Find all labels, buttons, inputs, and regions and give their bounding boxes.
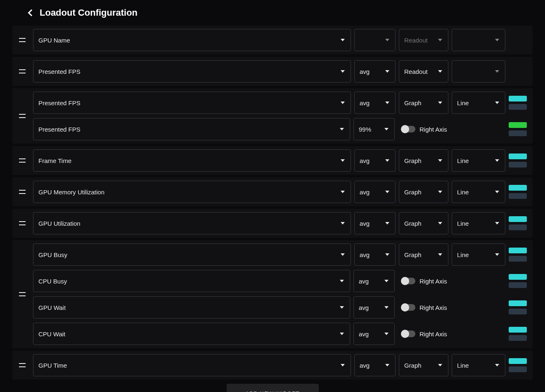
color-swatch[interactable]: [509, 130, 527, 136]
metric-select[interactable]: GPU Wait: [33, 296, 350, 319]
color-swatch[interactable]: [509, 104, 527, 110]
widget-card: GPU BusyavgGraphLineCPU BusyavgRight Axi…: [12, 240, 533, 348]
aggregation-select[interactable]: avg: [354, 354, 396, 376]
plot-style-select[interactable]: [452, 29, 505, 51]
metric-select[interactable]: Presented FPS: [33, 118, 350, 140]
drag-handle-icon[interactable]: [19, 190, 26, 194]
right-axis-toggle: Right Axis: [400, 331, 453, 338]
aggregation-select-value: avg: [360, 220, 370, 227]
toggle-zone: Right Axis: [398, 331, 505, 338]
color-swatch[interactable]: [509, 248, 527, 253]
aggregation-select[interactable]: avg: [354, 212, 396, 234]
chevron-down-icon: [340, 128, 344, 130]
widget-row: GPU WaitavgRight Axis: [33, 296, 529, 319]
page-header: Loadout Configuration: [12, 0, 533, 26]
metric-select[interactable]: GPU Utilization: [33, 212, 351, 234]
color-swatch[interactable]: [509, 153, 527, 159]
metric-select[interactable]: Presented FPS: [33, 92, 351, 114]
aggregation-select-value: avg: [359, 304, 369, 311]
widget-type-select[interactable]: Graph: [399, 354, 448, 376]
drag-handle-icon[interactable]: [19, 38, 26, 42]
aggregation-select[interactable]: avg: [353, 270, 395, 292]
widget-type-select[interactable]: Graph: [399, 243, 448, 266]
aggregation-select[interactable]: 99%: [353, 118, 395, 140]
drag-handle-icon[interactable]: [19, 221, 26, 225]
color-swatch[interactable]: [509, 185, 527, 191]
chevron-down-icon: [438, 364, 442, 366]
plot-style-select[interactable]: [452, 60, 505, 83]
color-swatch[interactable]: [509, 366, 527, 372]
widget-card: GPU UtilizationavgGraphLine: [12, 209, 533, 238]
color-swatch[interactable]: [509, 122, 527, 128]
page-title: Loadout Configuration: [40, 7, 137, 18]
toggle-switch[interactable]: [401, 278, 415, 284]
color-swatch[interactable]: [509, 274, 527, 280]
color-swatch[interactable]: [509, 309, 527, 314]
drag-handle-icon[interactable]: [19, 114, 26, 118]
chevron-down-icon: [385, 159, 389, 162]
drag-column: [16, 29, 29, 51]
drag-handle-icon[interactable]: [19, 69, 26, 73]
widget-type-select[interactable]: Graph: [399, 92, 448, 114]
widget-row: GPU TimeavgGraphLine: [33, 354, 529, 376]
color-swatch[interactable]: [509, 96, 527, 102]
metric-select[interactable]: GPU Time: [33, 354, 351, 376]
widget-row: Presented FPSavgReadout: [33, 60, 529, 83]
plot-style-select[interactable]: Line: [452, 212, 505, 234]
color-swatch[interactable]: [509, 327, 527, 333]
aggregation-cell: avg: [354, 212, 396, 234]
color-swatch[interactable]: [509, 224, 527, 230]
chevron-down-icon: [385, 191, 389, 193]
widget-type-select[interactable]: Graph: [399, 181, 448, 203]
metric-select-value: GPU Wait: [38, 304, 66, 311]
toggle-switch[interactable]: [401, 304, 415, 311]
color-swatch[interactable]: [509, 162, 527, 168]
widget-type-select-value: Readout: [404, 68, 428, 75]
metric-select[interactable]: GPU Busy: [33, 243, 351, 266]
plot-style-select[interactable]: Line: [452, 354, 505, 376]
add-widget-button[interactable]: ADD NEW WIDGET: [227, 384, 319, 392]
color-swatch[interactable]: [509, 282, 527, 288]
aggregation-cell: avg: [354, 92, 396, 114]
metric-select[interactable]: Presented FPS: [33, 60, 351, 83]
widget-card: Frame TimeavgGraphLine: [12, 146, 533, 175]
metric-select[interactable]: CPU Busy: [33, 270, 350, 292]
plot-style-select[interactable]: Line: [452, 181, 505, 203]
aggregation-select[interactable]: avg: [354, 92, 396, 114]
metric-select[interactable]: GPU Name: [33, 29, 351, 51]
color-swatch[interactable]: [509, 335, 527, 341]
metric-select[interactable]: CPU Wait: [33, 323, 350, 345]
metric-select[interactable]: Frame Time: [33, 149, 351, 172]
metric-select[interactable]: GPU Memory Utilization: [33, 181, 351, 203]
drag-handle-icon[interactable]: [19, 292, 26, 296]
aggregation-select[interactable]: avg: [353, 323, 395, 345]
metric-cell: CPU Wait: [33, 323, 350, 345]
toggle-switch[interactable]: [401, 126, 415, 132]
widget-type-select[interactable]: Graph: [399, 212, 448, 234]
widget-type-select[interactable]: Graph: [399, 149, 448, 172]
color-swatch[interactable]: [509, 358, 527, 364]
color-swatch[interactable]: [509, 193, 527, 199]
plot-style-select[interactable]: Line: [452, 149, 505, 172]
color-swatch[interactable]: [509, 300, 527, 306]
drag-handle-icon[interactable]: [19, 363, 26, 367]
drag-column: [16, 354, 29, 376]
type-cell: Graph: [399, 354, 448, 376]
aggregation-select[interactable]: avg: [354, 60, 396, 83]
aggregation-select[interactable]: avg: [354, 243, 396, 266]
widget-card: GPU NameReadout: [12, 26, 533, 54]
drag-handle-icon[interactable]: [19, 158, 26, 163]
aggregation-select-value: avg: [360, 99, 370, 106]
aggregation-select[interactable]: avg: [354, 181, 396, 203]
plot-style-select[interactable]: Line: [452, 92, 505, 114]
widget-row: Frame TimeavgGraphLine: [33, 149, 529, 172]
metric-cell: GPU Busy: [33, 243, 351, 266]
aggregation-select[interactable]: avg: [354, 149, 396, 172]
aggregation-select[interactable]: avg: [353, 296, 395, 319]
color-swatch[interactable]: [509, 216, 527, 222]
toggle-switch[interactable]: [401, 331, 415, 337]
back-icon[interactable]: [28, 9, 35, 17]
widget-type-select[interactable]: Readout: [399, 60, 448, 83]
plot-style-select[interactable]: Line: [452, 243, 505, 266]
color-swatch[interactable]: [509, 256, 527, 262]
